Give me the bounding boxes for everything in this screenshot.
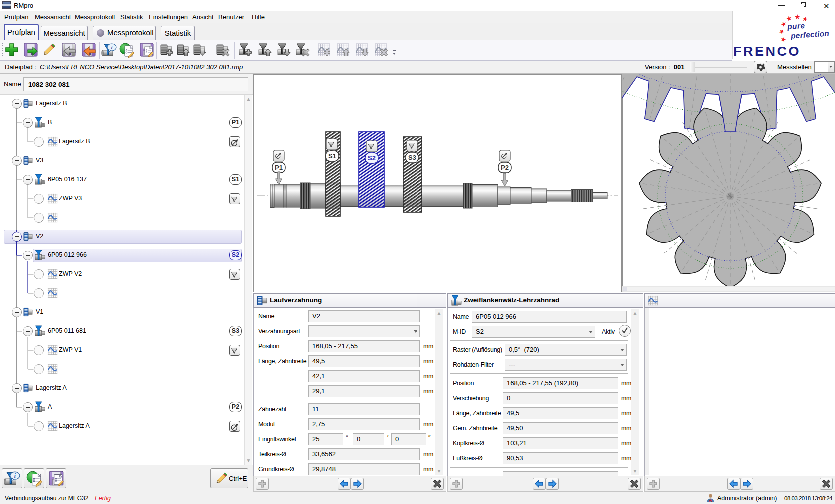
- svg-text:S3: S3: [408, 154, 416, 161]
- svg-text:P1: P1: [275, 164, 283, 171]
- svg-text:S2: S2: [368, 154, 376, 162]
- svg-text:P2: P2: [501, 164, 509, 171]
- svg-text:S1: S1: [328, 152, 336, 160]
- svg-text:A: A: [709, 497, 712, 503]
